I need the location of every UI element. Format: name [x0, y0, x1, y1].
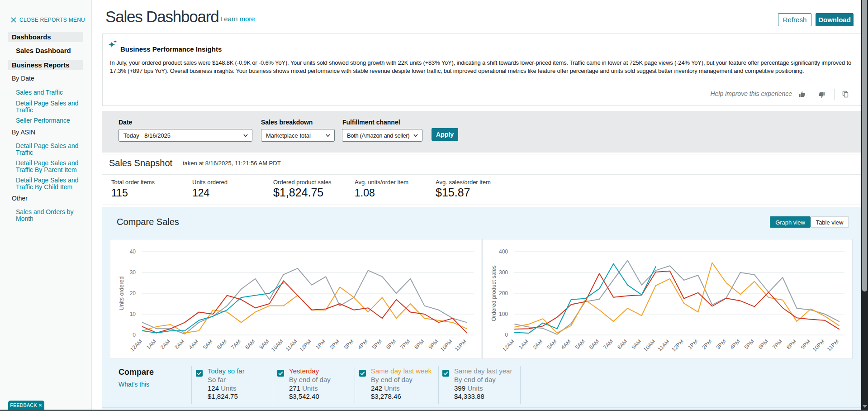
svg-text:3PM: 3PM [715, 338, 727, 350]
svg-text:7PM: 7PM [399, 338, 411, 350]
svg-text:30: 30 [130, 269, 136, 276]
svg-text:11PM: 11PM [826, 338, 840, 352]
svg-text:40: 40 [130, 249, 136, 255]
svg-text:6PM: 6PM [385, 338, 397, 350]
svg-text:12PM: 12PM [670, 338, 685, 353]
svg-text:0: 0 [505, 332, 508, 338]
svg-text:3AM: 3AM [173, 338, 185, 350]
svg-text:0: 0 [133, 332, 136, 338]
svg-text:4PM: 4PM [729, 338, 741, 350]
svg-text:6AM: 6AM [588, 338, 600, 350]
svg-text:10PM: 10PM [811, 338, 826, 353]
svg-text:200: 200 [499, 290, 508, 296]
svg-text:100: 100 [499, 311, 508, 317]
svg-text:Units ordered: Units ordered [119, 276, 125, 310]
svg-text:8AM: 8AM [616, 338, 628, 350]
svg-text:8AM: 8AM [244, 338, 256, 350]
svg-text:9AM: 9AM [258, 338, 270, 350]
svg-text:11PM: 11PM [454, 338, 468, 352]
svg-text:9PM: 9PM [427, 338, 439, 350]
svg-text:5AM: 5AM [202, 338, 214, 350]
svg-text:10AM: 10AM [270, 338, 285, 353]
svg-text:10PM: 10PM [439, 338, 454, 353]
svg-text:2AM: 2AM [159, 338, 171, 350]
svg-text:4AM: 4AM [187, 338, 199, 350]
svg-text:1AM: 1AM [517, 338, 530, 350]
svg-text:4AM: 4AM [560, 338, 572, 350]
svg-text:12AM: 12AM [129, 338, 143, 353]
svg-text:3AM: 3AM [545, 338, 558, 350]
svg-text:7PM: 7PM [771, 338, 783, 350]
svg-text:5AM: 5AM [574, 338, 586, 350]
svg-text:2PM: 2PM [328, 338, 341, 350]
svg-text:11AM: 11AM [285, 338, 299, 352]
svg-text:8PM: 8PM [785, 338, 797, 350]
svg-text:300: 300 [499, 269, 508, 276]
svg-text:20: 20 [130, 290, 136, 296]
svg-text:3PM: 3PM [342, 338, 355, 350]
svg-text:1PM: 1PM [687, 338, 699, 350]
svg-text:400: 400 [499, 249, 508, 255]
svg-text:5PM: 5PM [743, 338, 755, 350]
svg-text:8PM: 8PM [413, 338, 425, 350]
svg-text:6AM: 6AM [216, 338, 228, 350]
svg-text:9PM: 9PM [799, 338, 811, 350]
svg-text:Ordered product sales: Ordered product sales [491, 265, 497, 321]
svg-text:5PM: 5PM [371, 338, 383, 350]
svg-text:7AM: 7AM [602, 338, 614, 350]
svg-text:11AM: 11AM [657, 338, 671, 352]
svg-text:10: 10 [130, 311, 136, 317]
svg-text:12PM: 12PM [298, 338, 313, 353]
svg-text:1AM: 1AM [145, 338, 157, 350]
svg-text:2AM: 2AM [531, 338, 544, 350]
svg-text:9AM: 9AM [630, 338, 642, 350]
svg-text:10AM: 10AM [642, 338, 657, 353]
svg-text:2PM: 2PM [701, 338, 713, 350]
svg-text:12AM: 12AM [501, 338, 516, 353]
svg-text:4PM: 4PM [357, 338, 369, 350]
svg-text:6PM: 6PM [757, 338, 769, 350]
svg-text:7AM: 7AM [230, 338, 242, 350]
svg-text:1PM: 1PM [314, 338, 327, 350]
